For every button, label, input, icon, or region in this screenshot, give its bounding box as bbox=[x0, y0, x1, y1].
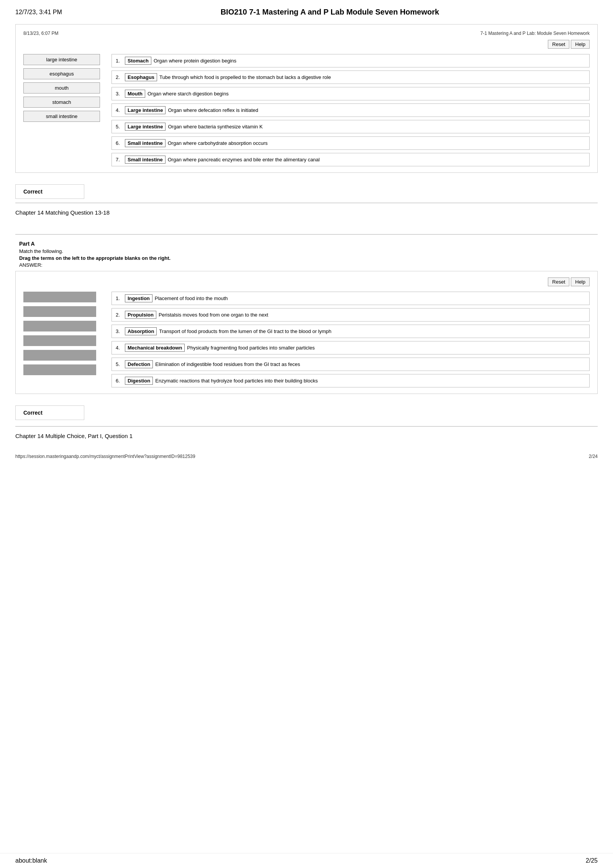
section1-drag-terms: large intestine esophagus mouth stomach … bbox=[23, 54, 100, 160]
footer-url: https://session.masteringaandp.com/myct/… bbox=[15, 454, 195, 459]
section1-correct-box: Correct bbox=[15, 184, 84, 199]
answer-row-6: 6. Small intestine Organ where carbohydr… bbox=[111, 136, 590, 150]
answer-tag-3: Mouth bbox=[125, 90, 145, 98]
bottom-bar-right: 2/25 bbox=[586, 857, 598, 864]
drag-term-stomach[interactable]: stomach bbox=[23, 97, 100, 108]
section1-meta: 8/13/23, 6:07 PM 7-1 Mastering A and P L… bbox=[23, 31, 590, 36]
divider-2 bbox=[15, 234, 598, 235]
drag-placeholder-1[interactable] bbox=[23, 292, 96, 302]
answer-text-1: Organ where protein digestion begins bbox=[154, 58, 236, 64]
part-a-answer-label: ANSWER: bbox=[19, 262, 594, 268]
drag-placeholder-2[interactable] bbox=[23, 306, 96, 317]
s2-answer-row-2: 2. Propulsion Peristalsis moves food fro… bbox=[111, 308, 590, 322]
answer-text-5: Organ where bacteria synthesize vitamin … bbox=[168, 124, 262, 130]
footer-bar: https://session.masteringaandp.com/myct/… bbox=[15, 451, 598, 459]
drag-placeholder-6[interactable] bbox=[23, 364, 96, 375]
answer-text-2: Tube through which food is propelled to … bbox=[159, 74, 331, 80]
answer-row-5: 5. Large intestine Organ where bacteria … bbox=[111, 120, 590, 133]
answer-row-2: 2. Esophagus Tube through which food is … bbox=[111, 71, 590, 84]
answer-row-4: 4. Large intestine Organ where defecatio… bbox=[111, 103, 590, 117]
part-a-instruction: Drag the terms on the left to the approp… bbox=[19, 255, 594, 261]
section1-toolbar: Reset Help bbox=[23, 40, 590, 49]
section2-wrapper: Part A Match the following. Drag the ter… bbox=[15, 241, 598, 268]
s2-answer-tag-4: Mechanical breakdown bbox=[125, 344, 185, 352]
s2-answer-row-1: 1. Ingestion Placement of food into the … bbox=[111, 292, 590, 305]
section2-matching-layout: 1. Ingestion Placement of food into the … bbox=[23, 292, 590, 387]
chapter2-heading: Chapter 14 Multiple Choice, Part I, Ques… bbox=[15, 433, 598, 439]
s2-answer-row-4: 4. Mechanical breakdown Physically fragm… bbox=[111, 341, 590, 354]
answer-row-1: 1. Stomach Organ where protein digestion… bbox=[111, 54, 590, 67]
section2-reset-btn[interactable]: Reset bbox=[548, 277, 569, 286]
drag-placeholder-4[interactable] bbox=[23, 335, 96, 346]
section1-matching-layout: large intestine esophagus mouth stomach … bbox=[23, 54, 590, 166]
answer-row-7: 7. Small intestine Organ where pancreati… bbox=[111, 153, 590, 166]
section1-help-btn[interactable]: Help bbox=[571, 40, 590, 49]
section1-meta-date: 8/13/23, 6:07 PM bbox=[23, 31, 58, 36]
s2-answer-tag-2: Propulsion bbox=[125, 311, 156, 319]
part-a-label: Part A bbox=[19, 241, 594, 247]
header-date: 12/7/23, 3:41 PM bbox=[15, 9, 62, 16]
s2-answer-row-3: 3. Absorption Transport of food products… bbox=[111, 325, 590, 338]
s2-answer-row-5: 5. Defection Elimination of indigestible… bbox=[111, 358, 590, 371]
s2-answer-tag-6: Digestion bbox=[125, 377, 153, 385]
answer-text-4: Organ where defecation reflex is initiat… bbox=[168, 107, 258, 113]
chapter1-heading: Chapter 14 Matching Question 13-18 bbox=[15, 209, 598, 216]
section2-toolbar: Reset Help bbox=[23, 277, 590, 286]
drag-term-small-intestine[interactable]: small intestine bbox=[23, 111, 100, 122]
drag-term-large-intestine[interactable]: large intestine bbox=[23, 54, 100, 65]
divider-3 bbox=[15, 426, 598, 427]
drag-term-mouth[interactable]: mouth bbox=[23, 82, 100, 94]
section2-help-btn[interactable]: Help bbox=[571, 277, 590, 286]
answer-tag-4: Large intestine bbox=[125, 106, 166, 114]
s2-answer-text-5: Elimination of indigestible food residue… bbox=[155, 361, 300, 367]
drag-term-esophagus[interactable]: esophagus bbox=[23, 68, 100, 79]
s2-answer-tag-1: Ingestion bbox=[125, 294, 152, 302]
answer-text-3: Organ where starch digestion begins bbox=[148, 91, 229, 97]
drag-placeholder-5[interactable] bbox=[23, 350, 96, 361]
answer-text-6: Organ where carbohydrate absorption occu… bbox=[168, 140, 268, 146]
bottom-bar-left: about:blank bbox=[15, 857, 47, 864]
s2-answer-text-4: Physically fragmenting food particles in… bbox=[187, 345, 315, 351]
section1-answer-items: 1. Stomach Organ where protein digestion… bbox=[111, 54, 590, 166]
s2-answer-text-2: Peristalsis moves food from one organ to… bbox=[159, 312, 268, 318]
answer-tag-5: Large intestine bbox=[125, 123, 166, 131]
drag-placeholder-3[interactable] bbox=[23, 321, 96, 331]
section1-reset-btn[interactable]: Reset bbox=[548, 40, 569, 49]
section2-drag-placeholders bbox=[23, 292, 100, 387]
answer-text-7: Organ where pancreatic enzymes and bile … bbox=[168, 157, 320, 162]
answer-tag-6: Small intestine bbox=[125, 139, 166, 147]
s2-answer-text-1: Placement of food into the mouth bbox=[155, 295, 228, 301]
bottom-bar: about:blank 2/25 bbox=[0, 853, 613, 868]
header-title: BIO210 7-1 Mastering A and P Lab Module … bbox=[62, 8, 598, 16]
answer-row-3: 3. Mouth Organ where starch digestion be… bbox=[111, 87, 590, 100]
s2-answer-text-6: Enzymatic reactions that hydrolyze food … bbox=[155, 378, 318, 384]
answer-tag-2: Esophagus bbox=[125, 73, 157, 81]
section1-container: 8/13/23, 6:07 PM 7-1 Mastering A and P L… bbox=[15, 24, 598, 173]
footer-page: 2/24 bbox=[589, 454, 598, 459]
section1-meta-title: 7-1 Mastering A and P Lab: Module Seven … bbox=[480, 31, 590, 36]
divider-1 bbox=[15, 203, 598, 203]
s2-answer-tag-3: Absorption bbox=[125, 327, 157, 335]
s2-answer-tag-5: Defection bbox=[125, 360, 153, 368]
answer-tag-1: Stomach bbox=[125, 57, 151, 65]
page-header: 12/7/23, 3:41 PM BIO210 7-1 Mastering A … bbox=[15, 8, 598, 16]
section2-container: Reset Help 1. Ingestion Placement of foo… bbox=[15, 271, 598, 394]
s2-answer-row-6: 6. Digestion Enzymatic reactions that hy… bbox=[111, 374, 590, 387]
section2-answer-items: 1. Ingestion Placement of food into the … bbox=[111, 292, 590, 387]
answer-tag-7: Small intestine bbox=[125, 156, 166, 164]
section2-correct-box: Correct bbox=[15, 405, 84, 420]
part-a-desc: Match the following. bbox=[19, 248, 594, 254]
s2-answer-text-3: Transport of food products from the lume… bbox=[159, 328, 331, 334]
